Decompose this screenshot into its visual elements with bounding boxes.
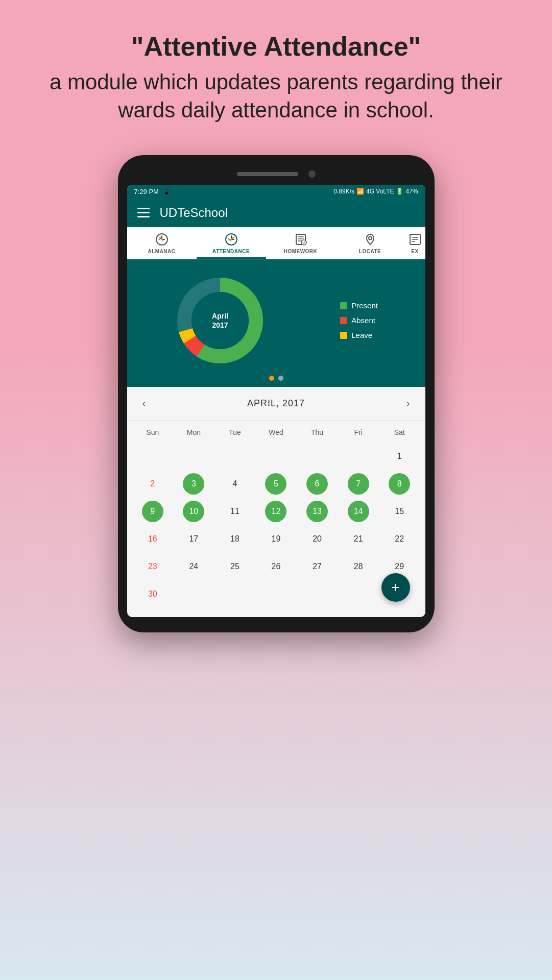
status-right: 0.89K/s 📶 4G VoLTE 🔋 47%	[333, 188, 418, 195]
hamburger-menu[interactable]	[137, 208, 150, 217]
calendar-cell[interactable]: 15	[379, 499, 420, 524]
calendar-cell[interactable]: 10	[183, 501, 204, 522]
day-sun: Sun	[132, 425, 174, 439]
tab-attendance[interactable]: ATTENDANCE	[197, 227, 266, 259]
calendar-cell[interactable]: 24	[173, 554, 214, 579]
legend-leave-label: Leave	[351, 331, 372, 339]
calendar-cell	[255, 581, 297, 607]
calendar-cell[interactable]: 25	[214, 554, 256, 579]
calendar-month-title: APRIL, 2017	[247, 398, 305, 409]
calendar-cell[interactable]: 8	[389, 473, 410, 495]
calendar-day-headers: Sun Mon Tue Wed Thu Fri Sat	[132, 425, 420, 439]
signal-icon: 📶	[356, 188, 364, 195]
tab-bar: ALMANAC ATTENDANCE HOMEWORK	[127, 227, 425, 259]
absent-dot	[340, 317, 347, 324]
app-bar: UDTeSchool	[127, 199, 425, 227]
legend-leave: Leave	[340, 331, 378, 339]
tab-almanac-label: ALMANAC	[148, 249, 175, 254]
legend-present: Present	[340, 301, 378, 310]
calendar-cell	[255, 444, 297, 469]
tab-attendance-label: ATTENDANCE	[212, 249, 250, 254]
tab-ex-label: EX	[411, 249, 418, 254]
calendar-cell[interactable]: 13	[306, 501, 328, 522]
calendar-cell[interactable]: 18	[214, 526, 256, 552]
day-mon: Mon	[173, 425, 214, 439]
calendar-cell	[297, 581, 338, 607]
leave-dot	[340, 332, 347, 339]
phone-camera	[308, 170, 316, 178]
calendar-cell[interactable]: 1	[379, 444, 420, 469]
present-dot	[340, 302, 347, 309]
calendar-cell[interactable]: 22	[379, 526, 420, 552]
network-speed: 0.89K/s	[333, 188, 354, 195]
calendar-cell[interactable]: 26	[255, 554, 297, 579]
chart-center-label: April 2017	[212, 311, 228, 329]
calendar-cell[interactable]: 20	[297, 526, 338, 552]
calendar-dates: 1234567891011121314151617181920212223242…	[132, 444, 420, 607]
tab-homework[interactable]: HOMEWORK	[266, 227, 335, 259]
prev-month-button[interactable]: ‹	[137, 395, 151, 412]
tab-ex[interactable]: EX	[405, 227, 425, 259]
calendar-cell[interactable]: 19	[255, 526, 297, 552]
calendar-nav: ‹ APRIL, 2017 ›	[127, 387, 425, 421]
calendar-cell	[338, 581, 379, 607]
carousel-dots	[269, 376, 283, 381]
next-month-button[interactable]: ›	[401, 395, 415, 412]
carousel-dot-1[interactable]	[269, 376, 274, 381]
promo-header: "Attentive Attendance" a module which up…	[0, 0, 552, 145]
calendar-section: ‹ APRIL, 2017 › Sun Mon Tue Wed Thu Fri …	[127, 387, 425, 617]
calendar-cell	[132, 444, 174, 469]
calendar-cell	[173, 581, 214, 607]
calendar-cell	[214, 444, 256, 469]
tab-locate-label: LOCATE	[359, 249, 381, 254]
calendar-grid: Sun Mon Tue Wed Thu Fri Sat 123456789101…	[127, 421, 425, 617]
legend-absent: Absent	[340, 316, 378, 325]
calendar-cell[interactable]: 30	[132, 581, 174, 607]
carousel-dot-2[interactable]	[278, 376, 283, 381]
tab-locate[interactable]: LOCATE	[335, 227, 405, 259]
day-tue: Tue	[214, 425, 256, 439]
calendar-cell[interactable]: 12	[265, 501, 286, 522]
legend-absent-label: Absent	[351, 316, 375, 325]
calendar-cell[interactable]: 28	[338, 554, 379, 579]
calendar-cell[interactable]: 23	[132, 554, 174, 579]
fab-add-button[interactable]: +	[381, 573, 410, 602]
calendar-cell	[297, 444, 338, 469]
calendar-cell[interactable]: 27	[297, 554, 338, 579]
promo-subtitle: a module which updates parents regarding…	[41, 68, 511, 124]
chart-legend: Present Absent Leave	[340, 301, 378, 339]
promo-title: "Attentive Attendance"	[41, 31, 511, 62]
calendar-cell[interactable]: 11	[214, 499, 256, 524]
status-bar: 7:29 PM 📱 0.89K/s 📶 4G VoLTE 🔋 47%	[127, 185, 425, 199]
phone-speaker	[237, 172, 298, 176]
day-wed: Wed	[255, 425, 297, 439]
calendar-cell[interactable]: 4	[214, 471, 256, 497]
calendar-cell[interactable]: 6	[306, 473, 328, 495]
calendar-cell[interactable]: 7	[348, 473, 369, 495]
network-type: 4G VoLTE	[366, 188, 394, 195]
calendar-cell[interactable]: 17	[173, 526, 214, 552]
calendar-cell[interactable]: 16	[132, 526, 174, 552]
svg-point-4	[369, 236, 372, 239]
legend-present-label: Present	[351, 301, 378, 310]
phone-mockup: 7:29 PM 📱 0.89K/s 📶 4G VoLTE 🔋 47% UDTeS…	[118, 155, 435, 632]
day-thu: Thu	[297, 425, 338, 439]
calendar-cell	[214, 581, 256, 607]
donut-chart: April 2017	[174, 275, 266, 366]
calendar-cell[interactable]: 9	[142, 501, 163, 522]
calendar-cell	[173, 444, 214, 469]
chart-section: April 2017 Present Absent Leave	[127, 259, 425, 387]
day-sat: Sat	[379, 425, 420, 439]
calendar-cell[interactable]: 3	[183, 473, 204, 495]
calendar-cell	[338, 444, 379, 469]
app-title: UDTeSchool	[160, 206, 228, 220]
phone-top-bar	[127, 167, 425, 185]
calendar-cell[interactable]: 2	[132, 471, 174, 497]
calendar-cell[interactable]: 5	[265, 473, 286, 495]
battery-icon: 🔋	[396, 188, 403, 195]
tab-homework-label: HOMEWORK	[284, 249, 318, 254]
calendar-cell[interactable]: 14	[348, 501, 369, 522]
calendar-cell[interactable]: 21	[338, 526, 379, 552]
svg-point-3	[301, 240, 306, 245]
tab-almanac[interactable]: ALMANAC	[127, 227, 197, 259]
